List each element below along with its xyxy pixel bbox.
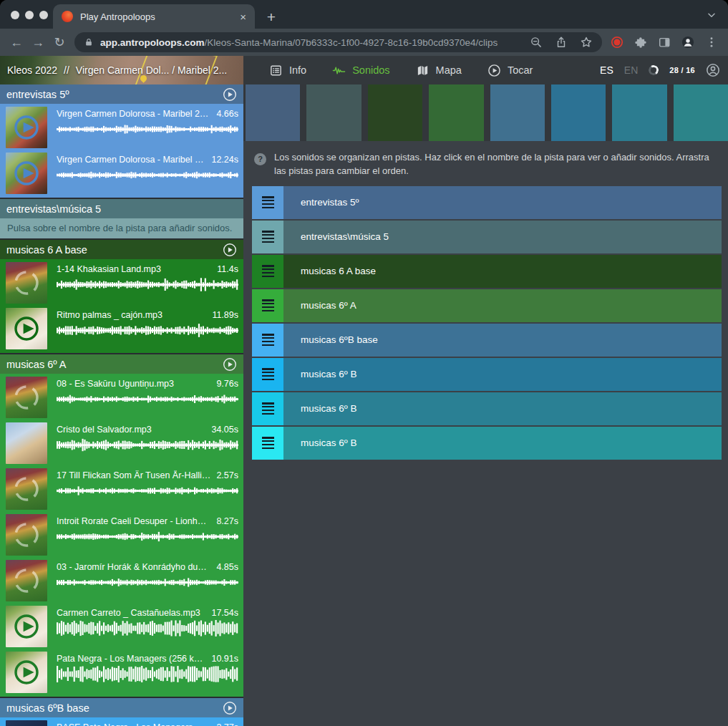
track-section-name: entrevistas\música 5 <box>6 203 101 215</box>
clip-row[interactable]: Carmen Carreto _ Castañuelas.mp317.54s <box>0 604 243 649</box>
clip-row[interactable]: Introit Rorate Caeli Desuper - Lionheart… <box>0 512 243 558</box>
clip-thumbnail[interactable] <box>6 262 47 304</box>
track-section-header[interactable]: entrevistas 5º <box>0 84 243 104</box>
drag-handle[interactable] <box>252 255 283 288</box>
nav-tab-info[interactable]: Info <box>269 64 306 77</box>
track-section-header[interactable]: entrevistas\música 5 <box>0 199 243 218</box>
track-row[interactable]: musicas 6ºB base <box>252 324 722 357</box>
clip-thumbnail[interactable] <box>6 514 47 556</box>
section-play-button[interactable] <box>223 357 237 372</box>
clip-thumbnail[interactable] <box>6 422 47 464</box>
account-icon[interactable] <box>706 63 720 77</box>
track-section-header[interactable]: musicas 6ºB base <box>0 698 243 717</box>
clip-row[interactable]: BASE Pata Negra - Los Managers3.77s <box>0 718 243 726</box>
track-section-header[interactable]: musicas 6 A base <box>0 240 243 259</box>
clip-thumbnail[interactable] <box>6 308 47 349</box>
breadcrumb-trail[interactable]: Virgen Carmen Dol... / Maribel 2... <box>76 64 227 76</box>
track-section-name: musicas 6º A <box>6 359 66 370</box>
clip-row[interactable]: Virgen Carmen Dolorosa - Maribel 2.mp34.… <box>0 105 243 150</box>
track-row-body[interactable]: musicas 6º B <box>283 427 722 460</box>
new-tab-button[interactable]: + <box>261 6 282 29</box>
clip-row[interactable]: 08 - Es Sakūru Uguntiņu.mp39.76s <box>0 374 243 420</box>
drag-handle[interactable] <box>252 324 283 357</box>
clip-row[interactable]: Ritmo palmas _ cajón.mp311.89s <box>0 306 243 352</box>
track-row-body[interactable]: musicas 6ºB base <box>283 324 722 357</box>
minimize-window-button[interactable] <box>25 11 34 19</box>
clip-row[interactable]: 03 - Jaromír Horák & Konrádyho dudácká .… <box>0 558 243 604</box>
clip-row[interactable]: Virgen Carmen Dolorosa - Maribel 2.mp312… <box>0 150 243 196</box>
clip-thumbnail[interactable] <box>6 560 47 601</box>
drag-handle-bar-icon <box>262 241 274 243</box>
back-button[interactable]: ← <box>6 32 27 53</box>
section-play-button[interactable] <box>223 87 237 102</box>
record-extension-icon[interactable] <box>611 36 623 49</box>
clip-row[interactable]: 17 Till Flickan Som Är Tusen År-Halling … <box>0 466 243 512</box>
track-section: musicas 6º A08 - Es Sakūru Uguntiņu.mp39… <box>0 353 243 697</box>
drag-handle[interactable] <box>252 392 283 425</box>
forward-button[interactable]: → <box>27 32 49 53</box>
tab-search-chevron-icon[interactable] <box>705 9 718 21</box>
clip-thumbnail[interactable] <box>6 720 47 726</box>
address-bar[interactable]: app.antropoloops.com/Kleos-Santa-Marina/… <box>74 32 602 52</box>
track-row-body[interactable]: musicas 6º B <box>283 358 722 391</box>
share-icon[interactable] <box>555 36 568 49</box>
nav-tab-mapa[interactable]: Mapa <box>416 64 462 77</box>
drag-handle[interactable] <box>252 427 283 460</box>
clip-row[interactable]: 1-14 Khakasian Land.mp311.4s <box>0 260 243 306</box>
drag-handle-bar-icon <box>262 272 274 274</box>
drag-handle[interactable] <box>252 221 283 253</box>
section-play-button[interactable] <box>223 243 237 257</box>
drag-handle-bar-icon <box>262 341 274 343</box>
reload-button[interactable]: ↻ <box>49 32 70 53</box>
track-section-name: entrevistas 5º <box>6 89 69 100</box>
clip-thumbnail[interactable] <box>6 377 47 418</box>
clip-thumbnail[interactable] <box>6 606 47 647</box>
extensions-puzzle-icon[interactable] <box>634 36 647 49</box>
zoom-out-icon[interactable] <box>530 36 543 49</box>
side-panel-icon[interactable] <box>658 36 671 49</box>
track-section-header[interactable]: musicas 6º A <box>0 354 243 374</box>
track-row-body[interactable]: musicas 6º A <box>283 289 722 322</box>
breadcrumb-project[interactable]: Kleos 2022 <box>7 64 57 76</box>
nav-tab-label: Sonidos <box>352 64 389 76</box>
track-row-body[interactable]: entrevistas 5º <box>283 186 722 219</box>
browser-tab[interactable]: Play Antropoloops × <box>53 4 255 29</box>
profile-avatar-icon[interactable] <box>681 36 694 49</box>
clip-thumbnail[interactable] <box>6 107 47 148</box>
track-row-body[interactable]: musicas 6º B <box>283 392 722 425</box>
track-row[interactable]: musicas 6º B <box>252 392 722 425</box>
track-row-body[interactable]: musicas 6 A base <box>283 255 722 288</box>
tab-close-icon[interactable]: × <box>240 11 246 22</box>
clip-row[interactable]: Pata Negra - Los Managers (256 kbps).mp3… <box>0 649 243 695</box>
track-row[interactable]: entrevistas\música 5 <box>252 221 722 253</box>
section-play-button[interactable] <box>223 701 237 715</box>
clip-thumbnail[interactable] <box>6 468 47 510</box>
track-color-strip <box>243 84 728 141</box>
track-row[interactable]: musicas 6 A base <box>252 255 722 288</box>
track-row[interactable]: entrevistas 5º <box>252 186 722 219</box>
track-color-swatch <box>612 84 666 141</box>
nav-tab-sonidos[interactable]: Sonidos <box>332 64 389 77</box>
track-row-body[interactable]: entrevistas\música 5 <box>283 221 722 253</box>
track-name: musicas 6ºB base <box>301 334 378 345</box>
zoom-window-button[interactable] <box>39 11 48 19</box>
kebab-menu-icon[interactable] <box>705 36 718 49</box>
clip-waveform <box>57 166 238 184</box>
clip-thumbnail[interactable] <box>6 153 47 194</box>
clip-row[interactable]: Cristo del Salvador.mp334.05s <box>0 420 243 466</box>
nav-tab-tocar[interactable]: Tocar <box>487 64 533 77</box>
clip-thumbnail[interactable] <box>6 652 47 693</box>
drag-handle[interactable] <box>252 289 283 322</box>
track-row[interactable]: musicas 6º B <box>252 427 722 460</box>
hint-text: Los sonidos se organizan en pistas. Haz … <box>274 151 715 178</box>
track-row[interactable]: musicas 6º B <box>252 358 722 391</box>
bookmark-star-icon[interactable] <box>580 36 593 49</box>
drag-handle[interactable] <box>252 186 283 219</box>
clip-waveform <box>57 573 238 591</box>
track-row[interactable]: musicas 6º A <box>252 289 722 322</box>
drag-handle-bar-icon <box>262 447 274 450</box>
language-es[interactable]: ES <box>600 64 613 76</box>
language-en[interactable]: EN <box>624 64 638 76</box>
close-window-button[interactable] <box>11 11 19 19</box>
drag-handle[interactable] <box>252 358 283 391</box>
